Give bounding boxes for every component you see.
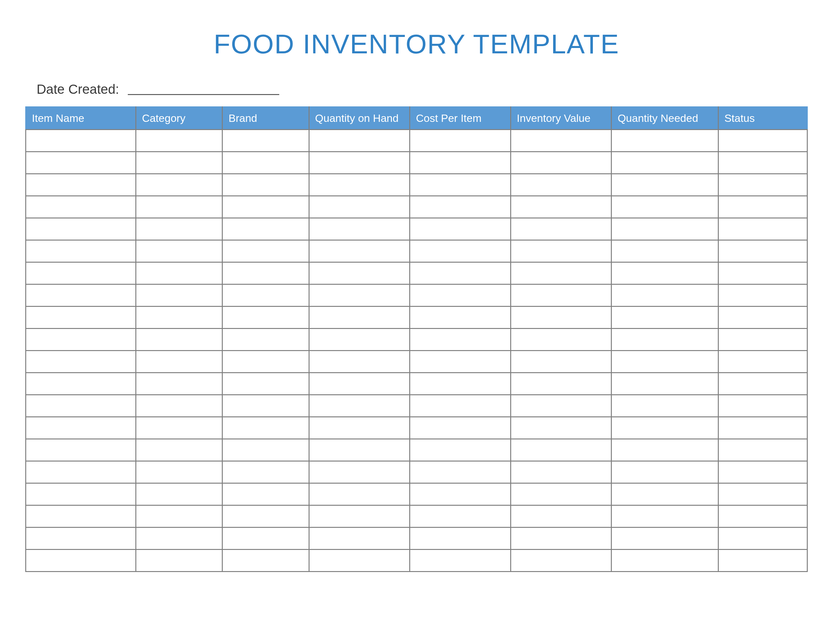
table-cell[interactable] <box>410 506 511 528</box>
table-cell[interactable] <box>136 306 222 328</box>
table-cell[interactable] <box>511 483 611 506</box>
table-cell[interactable] <box>136 196 222 218</box>
table-cell[interactable] <box>309 152 410 174</box>
table-cell[interactable] <box>410 395 511 417</box>
table-cell[interactable] <box>511 461 611 483</box>
table-cell[interactable] <box>26 130 136 152</box>
table-cell[interactable] <box>611 461 718 483</box>
table-cell[interactable] <box>136 506 222 528</box>
table-cell[interactable] <box>136 130 222 152</box>
table-cell[interactable] <box>410 439 511 461</box>
table-cell[interactable] <box>611 130 718 152</box>
table-cell[interactable] <box>718 483 807 506</box>
table-cell[interactable] <box>26 506 136 528</box>
table-cell[interactable] <box>309 218 410 240</box>
table-cell[interactable] <box>136 285 222 306</box>
table-cell[interactable] <box>611 417 718 439</box>
table-cell[interactable] <box>26 152 136 174</box>
table-cell[interactable] <box>410 174 511 196</box>
table-cell[interactable] <box>611 174 718 196</box>
table-cell[interactable] <box>26 328 136 351</box>
table-cell[interactable] <box>309 196 410 218</box>
table-cell[interactable] <box>718 174 807 196</box>
table-cell[interactable] <box>718 262 807 285</box>
table-cell[interactable] <box>718 306 807 328</box>
table-cell[interactable] <box>511 373 611 395</box>
table-cell[interactable] <box>222 373 309 395</box>
table-cell[interactable] <box>611 395 718 417</box>
table-cell[interactable] <box>611 218 718 240</box>
table-cell[interactable] <box>511 174 611 196</box>
table-cell[interactable] <box>309 506 410 528</box>
table-cell[interactable] <box>26 262 136 285</box>
table-cell[interactable] <box>410 550 511 572</box>
table-cell[interactable] <box>410 417 511 439</box>
table-cell[interactable] <box>410 351 511 373</box>
table-cell[interactable] <box>136 262 222 285</box>
table-cell[interactable] <box>718 439 807 461</box>
table-cell[interactable] <box>26 461 136 483</box>
table-cell[interactable] <box>611 196 718 218</box>
table-cell[interactable] <box>222 461 309 483</box>
table-cell[interactable] <box>718 285 807 306</box>
table-cell[interactable] <box>26 285 136 306</box>
table-cell[interactable] <box>222 196 309 218</box>
table-cell[interactable] <box>26 218 136 240</box>
table-cell[interactable] <box>511 306 611 328</box>
table-cell[interactable] <box>410 196 511 218</box>
table-cell[interactable] <box>222 240 309 262</box>
table-cell[interactable] <box>410 262 511 285</box>
date-created-input-line[interactable] <box>128 94 279 95</box>
table-cell[interactable] <box>26 306 136 328</box>
table-cell[interactable] <box>718 373 807 395</box>
table-cell[interactable] <box>222 417 309 439</box>
table-cell[interactable] <box>611 306 718 328</box>
table-cell[interactable] <box>718 196 807 218</box>
table-cell[interactable] <box>718 528 807 550</box>
table-cell[interactable] <box>222 528 309 550</box>
table-cell[interactable] <box>611 240 718 262</box>
table-cell[interactable] <box>222 152 309 174</box>
table-cell[interactable] <box>611 506 718 528</box>
table-cell[interactable] <box>718 461 807 483</box>
table-cell[interactable] <box>222 130 309 152</box>
table-cell[interactable] <box>309 351 410 373</box>
table-cell[interactable] <box>410 328 511 351</box>
table-cell[interactable] <box>309 130 410 152</box>
table-cell[interactable] <box>136 439 222 461</box>
table-cell[interactable] <box>718 218 807 240</box>
table-cell[interactable] <box>611 373 718 395</box>
table-cell[interactable] <box>309 240 410 262</box>
table-cell[interactable] <box>222 218 309 240</box>
table-cell[interactable] <box>410 152 511 174</box>
table-cell[interactable] <box>136 373 222 395</box>
table-cell[interactable] <box>222 506 309 528</box>
table-cell[interactable] <box>136 218 222 240</box>
table-cell[interactable] <box>511 152 611 174</box>
table-cell[interactable] <box>222 550 309 572</box>
table-cell[interactable] <box>410 483 511 506</box>
table-cell[interactable] <box>511 328 611 351</box>
table-cell[interactable] <box>611 439 718 461</box>
table-cell[interactable] <box>309 550 410 572</box>
table-cell[interactable] <box>136 174 222 196</box>
table-cell[interactable] <box>611 285 718 306</box>
table-cell[interactable] <box>410 218 511 240</box>
table-cell[interactable] <box>26 550 136 572</box>
table-cell[interactable] <box>718 130 807 152</box>
table-cell[interactable] <box>136 417 222 439</box>
table-cell[interactable] <box>511 262 611 285</box>
table-cell[interactable] <box>222 262 309 285</box>
table-cell[interactable] <box>309 373 410 395</box>
table-cell[interactable] <box>611 528 718 550</box>
table-cell[interactable] <box>718 550 807 572</box>
table-cell[interactable] <box>26 483 136 506</box>
table-cell[interactable] <box>222 328 309 351</box>
table-cell[interactable] <box>309 306 410 328</box>
table-cell[interactable] <box>222 351 309 373</box>
table-cell[interactable] <box>222 306 309 328</box>
table-cell[interactable] <box>718 417 807 439</box>
table-cell[interactable] <box>511 130 611 152</box>
table-cell[interactable] <box>718 152 807 174</box>
table-cell[interactable] <box>611 152 718 174</box>
